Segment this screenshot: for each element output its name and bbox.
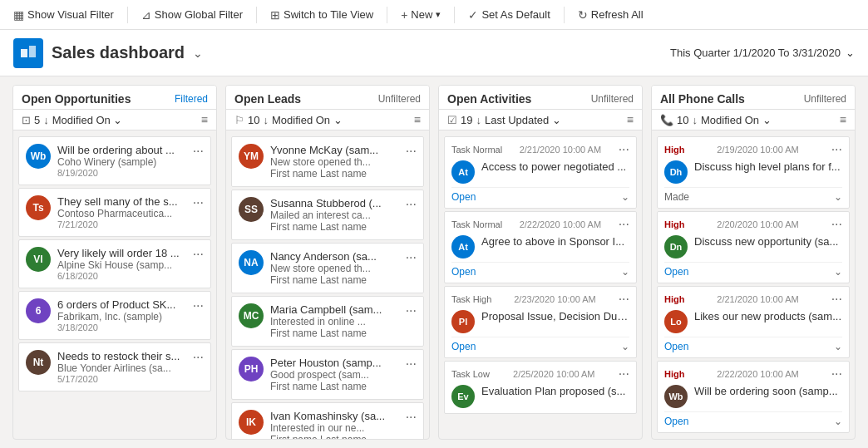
status-chevron-icon[interactable]: ⌄ <box>834 341 842 352</box>
list-item[interactable]: SSSusanna Stubberod (...Mailed an intere… <box>231 190 424 240</box>
card-name: Susanna Stubberod (... <box>270 197 396 209</box>
new-chevron-icon: ▾ <box>436 9 441 20</box>
switch-tile-view-button[interactable]: ⊞ Switch to Tile View <box>264 5 380 25</box>
column-header-open-activities: Open ActivitiesUnfiltered <box>439 86 642 110</box>
filter-badge-open-leads: Unfiltered <box>378 93 421 105</box>
more-options-icon[interactable]: ··· <box>831 217 842 232</box>
list-item[interactable]: IKIvan Komashinsky (sa...Interested in o… <box>231 402 424 439</box>
sort-arrow-icon[interactable]: ↓ <box>476 114 481 126</box>
card-extra: First name Last name <box>270 327 396 339</box>
more-options-icon[interactable]: ··· <box>190 144 204 159</box>
more-options-icon[interactable]: ··· <box>190 195 204 210</box>
card-date: 7/21/2020 <box>57 219 183 229</box>
card-extra: First name Last name <box>270 274 396 286</box>
list-item[interactable]: 66 orders of Product SK...Fabrikam, Inc.… <box>18 291 211 340</box>
date-range-text: This Quarter 1/1/2020 To 3/31/2020 <box>670 47 841 59</box>
show-global-filter-button[interactable]: ⊿ Show Global Filter <box>135 5 249 25</box>
card-sub: Interested in our ne... <box>270 422 396 434</box>
more-options-icon[interactable]: ··· <box>402 250 417 265</box>
more-options-icon[interactable]: ··· <box>190 298 204 313</box>
sort-label-open-leads[interactable]: Modified On ⌄ <box>272 114 411 126</box>
more-options-icon[interactable]: ··· <box>831 367 842 382</box>
grid-options-icon[interactable]: ≡ <box>627 113 634 126</box>
sort-arrow-icon[interactable]: ↓ <box>263 114 269 126</box>
call-text: Will be ordering soon (samp... <box>694 385 838 397</box>
status-chevron-icon[interactable]: ⌄ <box>834 416 842 427</box>
call-status[interactable]: Made <box>664 191 689 203</box>
more-options-icon[interactable]: ··· <box>402 197 417 212</box>
refresh-icon: ↻ <box>578 8 588 22</box>
activity-status[interactable]: Open <box>451 341 476 352</box>
more-options-icon[interactable]: ··· <box>619 142 629 157</box>
more-options-icon[interactable]: ··· <box>402 357 417 372</box>
call-status[interactable]: Open <box>664 266 688 278</box>
status-chevron-icon[interactable]: ⌄ <box>834 191 842 203</box>
opportunity-icon: ⊡ <box>22 114 31 126</box>
more-options-icon[interactable]: ··· <box>190 247 204 262</box>
column-title-open-opportunities: Open Opportunities <box>22 92 131 106</box>
activity-icon: ☑ <box>447 114 457 126</box>
status-chevron-icon[interactable]: ⌄ <box>621 266 629 278</box>
status-chevron-icon[interactable]: ⌄ <box>834 266 842 278</box>
list-item[interactable]: High2/22/2020 10:00 AM···WbWill be order… <box>657 361 850 433</box>
list-item[interactable]: High2/20/2020 10:00 AM···DnDiscuss new o… <box>657 211 850 283</box>
list-item[interactable]: NANancy Anderson (sa...New store opened … <box>231 243 424 293</box>
list-item[interactable]: High2/19/2020 10:00 AM···DhDiscuss high … <box>657 136 850 209</box>
list-item[interactable]: PHPeter Houston (samp...Good prospect (s… <box>231 349 424 400</box>
card-sub: Blue Yonder Airlines (sa... <box>57 362 183 374</box>
sort-arrow-icon[interactable]: ↓ <box>692 114 698 126</box>
sort-row-open-leads: ⚐10↓Modified On ⌄≡ <box>226 110 429 130</box>
card-sub: Interested in online ... <box>270 316 396 327</box>
grid-options-icon[interactable]: ≡ <box>201 113 208 126</box>
card-name: Very likely will order 18 ... <box>57 247 183 259</box>
toolbar: ▦ Show Visual Filter ⊿ Show Global Filte… <box>0 0 868 30</box>
sort-label-open-opportunities[interactable]: Modified On ⌄ <box>52 114 198 126</box>
call-status[interactable]: Open <box>664 416 688 427</box>
sort-row-open-activities: ☑19↓Last Updated ⌄≡ <box>439 110 642 130</box>
title-chevron-icon[interactable]: ⌄ <box>193 47 203 60</box>
list-item[interactable]: Task Normal2/21/2020 10:00 AM···AtAccess… <box>444 136 637 209</box>
more-options-icon[interactable]: ··· <box>402 410 417 425</box>
call-status[interactable]: Open <box>664 341 688 352</box>
list-item[interactable]: Task High2/23/2020 10:00 AM···PlProposal… <box>444 286 637 358</box>
new-button[interactable]: + New ▾ <box>394 5 447 25</box>
more-options-icon[interactable]: ··· <box>831 292 842 307</box>
column-title-all-phone-calls: All Phone Calls <box>660 92 745 106</box>
more-options-icon[interactable]: ··· <box>619 217 629 232</box>
sort-arrow-icon[interactable]: ↓ <box>43 114 49 126</box>
more-options-icon[interactable]: ··· <box>402 303 417 318</box>
more-options-icon[interactable]: ··· <box>402 144 417 159</box>
list-item[interactable]: TsThey sell many of the s...Contoso Phar… <box>18 188 211 237</box>
set-as-default-button[interactable]: ✓ Set As Default <box>461 5 556 25</box>
date-range-selector[interactable]: This Quarter 1/1/2020 To 3/31/2020 ⌄ <box>670 47 855 59</box>
refresh-all-button[interactable]: ↻ Refresh All <box>571 5 650 25</box>
activity-status[interactable]: Open <box>451 191 476 203</box>
list-item[interactable]: High2/21/2020 10:00 AM···LoLikes our new… <box>657 286 850 358</box>
card-sub: Mailed an interest ca... <box>270 209 396 221</box>
sort-label-open-activities[interactable]: Last Updated ⌄ <box>485 114 624 126</box>
grid-options-icon[interactable]: ≡ <box>414 113 421 126</box>
list-item[interactable]: NtNeeds to restock their s...Blue Yonder… <box>18 342 211 391</box>
more-options-icon[interactable]: ··· <box>619 367 629 382</box>
status-chevron-icon[interactable]: ⌄ <box>621 341 629 352</box>
list-item[interactable]: VlVery likely will order 18 ...Alpine Sk… <box>18 239 211 288</box>
sort-label-all-phone-calls[interactable]: Modified On ⌄ <box>701 114 836 126</box>
list-item[interactable]: Task Low2/25/2020 10:00 AM···EvEvaluatio… <box>444 361 637 414</box>
list-item[interactable]: MCMaria Campbell (sam...Interested in on… <box>231 296 424 347</box>
avatar: Ev <box>451 385 475 408</box>
show-visual-filter-button[interactable]: ▦ Show Visual Filter <box>7 5 121 25</box>
more-options-icon[interactable]: ··· <box>831 142 842 157</box>
activity-text: Access to power negotiated ... <box>481 160 629 173</box>
header-left: Sales dashboard ⌄ <box>13 38 203 68</box>
more-options-icon[interactable]: ··· <box>619 292 629 307</box>
grid-options-icon[interactable]: ≡ <box>840 113 846 126</box>
list-item[interactable]: Task Normal2/22/2020 10:00 AM···AtAgree … <box>444 211 637 283</box>
activity-status[interactable]: Open <box>451 266 476 278</box>
avatar: At <box>451 235 475 258</box>
more-options-icon[interactable]: ··· <box>190 350 204 365</box>
card-date: 5/17/2020 <box>57 374 183 384</box>
column-body-open-opportunities: WbWill be ordering about ...Coho Winery … <box>13 130 216 439</box>
list-item[interactable]: WbWill be ordering about ...Coho Winery … <box>18 136 211 185</box>
list-item[interactable]: YMYvonne McKay (sam...New store opened t… <box>231 136 424 187</box>
status-chevron-icon[interactable]: ⌄ <box>621 191 629 203</box>
